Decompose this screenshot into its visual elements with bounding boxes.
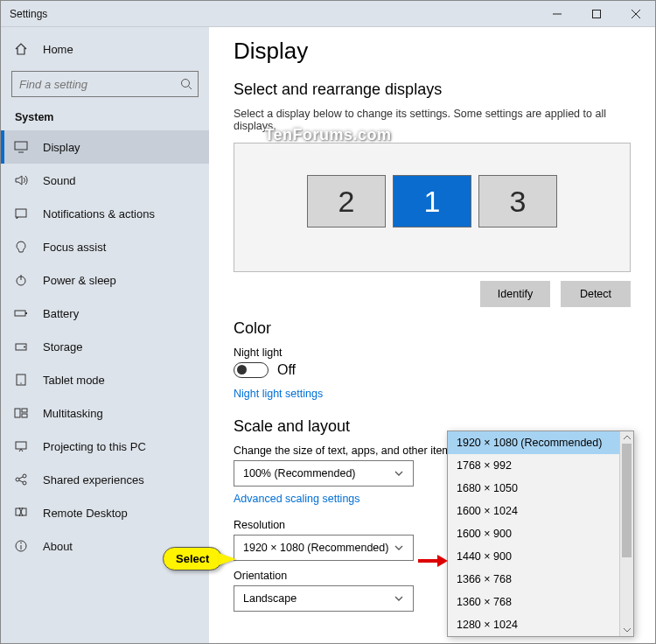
search-icon[interactable] bbox=[174, 78, 198, 90]
chevron-down-icon bbox=[394, 593, 404, 604]
sidebar-item-label: Notifications & actions bbox=[43, 207, 155, 220]
resolution-value: 1920 × 1080 (Recommended) bbox=[243, 542, 388, 554]
notifications-icon bbox=[13, 206, 29, 221]
section-color: Color bbox=[234, 319, 631, 338]
svg-point-31 bbox=[20, 542, 22, 544]
dropdown-item[interactable]: 1600 × 1024 bbox=[448, 500, 633, 522]
page-title: Display bbox=[234, 38, 631, 65]
multitask-icon bbox=[13, 405, 29, 421]
svg-rect-19 bbox=[22, 414, 27, 417]
sidebar-home[interactable]: Home bbox=[1, 32, 209, 66]
svg-rect-8 bbox=[16, 209, 26, 217]
dropdown-item[interactable]: 1440 × 900 bbox=[448, 545, 633, 568]
display-tile-2[interactable]: 2 bbox=[307, 175, 386, 228]
dropdown-item[interactable]: 1280 × 1024 bbox=[448, 613, 633, 636]
sidebar-item-display[interactable]: Display bbox=[1, 130, 209, 164]
dropdown-item[interactable]: 1600 × 900 bbox=[448, 522, 633, 545]
svg-line-24 bbox=[19, 477, 23, 479]
chevron-down-icon bbox=[394, 468, 404, 479]
display-tile-3[interactable]: 3 bbox=[478, 175, 557, 228]
sidebar-item-label: Projecting to this PC bbox=[43, 440, 146, 453]
power-icon bbox=[13, 272, 29, 288]
svg-line-25 bbox=[19, 480, 23, 482]
dropdown-item[interactable]: 1366 × 768 bbox=[448, 568, 633, 591]
scale-combo[interactable]: 100% (Recommended) bbox=[234, 460, 414, 486]
sidebar-item-focus-assist[interactable]: Focus assist bbox=[1, 230, 209, 263]
display-icon bbox=[13, 139, 29, 155]
sidebar-item-label: Tablet mode bbox=[43, 374, 105, 387]
scroll-thumb[interactable] bbox=[622, 444, 632, 557]
svg-point-21 bbox=[16, 478, 19, 481]
orientation-value: Landscape bbox=[243, 592, 297, 605]
svg-rect-6 bbox=[15, 142, 27, 150]
sound-icon bbox=[13, 172, 29, 188]
sidebar-item-battery[interactable]: Battery bbox=[1, 297, 209, 330]
advanced-scaling-link[interactable]: Advanced scaling settings bbox=[234, 493, 360, 505]
svg-point-14 bbox=[24, 346, 25, 348]
sidebar-item-label: Sound bbox=[43, 174, 76, 187]
svg-rect-12 bbox=[25, 312, 27, 314]
window-title: Settings bbox=[1, 8, 537, 20]
sidebar-item-power[interactable]: Power & sleep bbox=[1, 263, 209, 297]
sidebar-item-label: Battery bbox=[43, 307, 79, 320]
home-icon bbox=[13, 41, 29, 57]
svg-rect-1 bbox=[592, 10, 600, 18]
storage-icon bbox=[13, 339, 29, 354]
sidebar-item-remote[interactable]: Remote Desktop bbox=[1, 496, 209, 529]
svg-point-16 bbox=[20, 382, 21, 383]
focus-icon bbox=[13, 239, 29, 255]
sidebar-item-sound[interactable]: Sound bbox=[1, 164, 209, 197]
orientation-combo[interactable]: Landscape bbox=[234, 585, 414, 612]
scale-value: 100% (Recommended) bbox=[243, 467, 356, 480]
sidebar-item-tablet[interactable]: Tablet mode bbox=[1, 363, 209, 396]
svg-rect-11 bbox=[15, 311, 25, 316]
sidebar-item-label: Remote Desktop bbox=[43, 507, 128, 520]
sidebar-heading: System bbox=[1, 106, 209, 130]
shared-icon bbox=[13, 472, 29, 487]
battery-icon bbox=[13, 305, 29, 321]
sidebar-item-label: Shared experiences bbox=[43, 473, 144, 486]
dropdown-item[interactable]: 1680 × 1050 bbox=[448, 477, 633, 500]
resolution-combo[interactable]: 1920 × 1080 (Recommended) bbox=[234, 535, 414, 561]
sidebar-home-label: Home bbox=[43, 43, 73, 56]
tablet-icon bbox=[13, 372, 29, 388]
annotation-bubble: Select bbox=[163, 547, 222, 570]
sidebar-item-label: Display bbox=[43, 141, 80, 154]
identify-button[interactable]: Identify bbox=[480, 281, 550, 307]
maximize-button[interactable] bbox=[576, 1, 616, 27]
sidebar-item-label: Multitasking bbox=[43, 407, 103, 420]
sidebar-item-label: Storage bbox=[43, 340, 83, 354]
svg-rect-18 bbox=[22, 409, 27, 412]
chevron-down-icon bbox=[394, 542, 404, 553]
dropdown-item[interactable]: 1768 × 992 bbox=[448, 454, 633, 477]
detect-button[interactable]: Detect bbox=[561, 281, 631, 307]
scroll-up-icon[interactable] bbox=[623, 433, 632, 442]
svg-marker-33 bbox=[437, 555, 448, 567]
dropdown-item[interactable]: 1920 × 1080 (Recommended) bbox=[448, 431, 633, 454]
svg-line-5 bbox=[188, 87, 192, 90]
dropdown-item[interactable]: 1360 × 768 bbox=[448, 591, 633, 613]
sidebar-item-notifications[interactable]: Notifications & actions bbox=[1, 197, 209, 230]
minimize-button[interactable] bbox=[537, 1, 576, 27]
search-input[interactable] bbox=[12, 78, 174, 91]
resolution-dropdown[interactable]: 1920 × 1080 (Recommended)1768 × 9921680 … bbox=[447, 430, 634, 637]
dropdown-scrollbar[interactable] bbox=[619, 431, 633, 636]
sidebar-item-storage[interactable]: Storage bbox=[1, 330, 209, 363]
night-light-toggle[interactable] bbox=[234, 362, 269, 378]
sidebar-item-multitask[interactable]: Multitasking bbox=[1, 396, 209, 430]
display-tile-1[interactable]: 1 bbox=[393, 175, 471, 228]
sidebar-item-label: Power & sleep bbox=[43, 274, 116, 287]
svg-point-4 bbox=[181, 80, 189, 88]
night-light-label: Night light bbox=[234, 346, 631, 359]
scroll-down-icon[interactable] bbox=[623, 626, 632, 634]
sidebar-item-shared[interactable]: Shared experiences bbox=[1, 463, 209, 496]
titlebar: Settings bbox=[1, 1, 655, 27]
section-rearrange: Select and rearrange displays bbox=[234, 80, 631, 99]
close-button[interactable] bbox=[616, 1, 655, 27]
night-light-settings-link[interactable]: Night light settings bbox=[234, 388, 323, 400]
rearrange-desc: Select a display below to change its set… bbox=[234, 108, 631, 132]
sidebar-item-projecting[interactable]: Projecting to this PC bbox=[1, 430, 209, 463]
display-arrangement[interactable]: 2 1 3 bbox=[234, 143, 631, 272]
search-input-wrap[interactable] bbox=[11, 71, 199, 97]
svg-rect-17 bbox=[15, 409, 20, 417]
